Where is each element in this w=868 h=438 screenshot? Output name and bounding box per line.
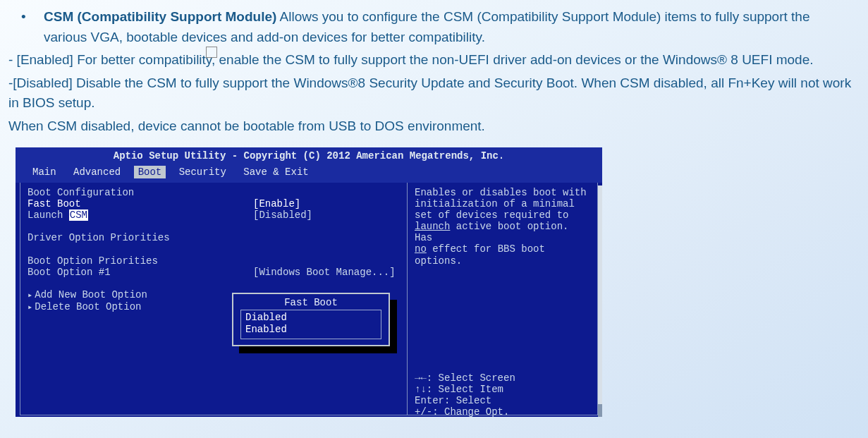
bullet-content: CSM (Compatibility Support Module) Allow… <box>44 7 855 47</box>
popup-title: Fast Boot <box>233 297 389 308</box>
csm-highlight: CSM <box>69 209 88 221</box>
csm-bullet-row: • CSM (Compatibility Support Module) All… <box>8 7 855 47</box>
popup-inner: Diabled Enabled <box>240 310 381 339</box>
launch-csm-pre: Launch <box>27 209 69 221</box>
tab-main[interactable]: Main <box>28 166 61 178</box>
tab-boot[interactable]: Boot <box>134 166 166 178</box>
launch-csm-label[interactable]: Launch CSM <box>27 209 253 221</box>
help-key-4: +/-: Change Opt. <box>415 406 590 417</box>
driver-prio-label[interactable]: Driver Option Priorities <box>27 232 253 243</box>
csm-title: CSM (Compatibility Support Module) <box>44 9 276 24</box>
bios-body: Boot Configuration Fast Boot [Enable] La… <box>16 183 602 415</box>
boot-option-1-label[interactable]: Boot Option #1 <box>27 267 253 278</box>
popup-option-enabled[interactable]: Enabled <box>245 324 377 336</box>
help-key-1: →←: Select Screen <box>415 372 590 384</box>
document-text-block: • CSM (Compatibility Support Module) All… <box>0 0 868 136</box>
tab-security[interactable]: Security <box>175 166 231 178</box>
help-l2: initialization of a minimal <box>415 198 590 209</box>
help-l3: set of devices required to <box>415 209 590 221</box>
disabled-line: -[Disabled] Disable the CSM to fully sup… <box>8 73 855 114</box>
fast-boot-value: [Enable] <box>253 198 300 209</box>
boot-option-1-value: [Windows Boot Manage...] <box>253 267 396 278</box>
tab-advanced[interactable]: Advanced <box>69 166 125 178</box>
launch-csm-value: [Disabled] <box>253 209 312 221</box>
help-key-2: ↑↓: Select Item <box>415 384 590 395</box>
bios-tabs: Main Advanced Boot Security Save & Exit <box>16 163 602 183</box>
help-l1: Enables or disables boot with <box>415 187 590 198</box>
floating-box-marker <box>206 47 217 58</box>
boot-prio-label: Boot Option Priorities <box>27 255 253 267</box>
bullet-marker: • <box>8 7 44 47</box>
popup-option-disabled[interactable]: Diabled <box>245 312 377 324</box>
scrollbar-thumb[interactable] <box>598 404 602 417</box>
add-boot-option[interactable]: Add New Boot Option <box>27 289 253 301</box>
enabled-line: - [Enabled] For better compatibility, en… <box>8 50 855 71</box>
bios-scrollbar[interactable] <box>598 185 602 417</box>
note-line: When CSM disabled, device cannot be boot… <box>8 116 855 137</box>
delete-boot-option[interactable]: Delete Boot Option <box>27 301 253 313</box>
fast-boot-popup: Fast Boot Diabled Enabled <box>232 293 390 346</box>
help-l5-p: effect for BBS boot options. <box>415 243 545 266</box>
tab-save-exit[interactable]: Save & Exit <box>239 166 312 178</box>
fast-boot-label[interactable]: Fast Boot <box>27 198 253 209</box>
boot-config-label: Boot Configuration <box>27 187 253 198</box>
bios-help-panel: Enables or disables boot with initializa… <box>408 183 598 415</box>
bios-header: Aptio Setup Utility - Copyright (C) 2012… <box>16 147 602 163</box>
help-l5-u: no <box>415 243 427 255</box>
help-l4: launch active boot option. Has <box>415 221 590 243</box>
bios-screenshot: Aptio Setup Utility - Copyright (C) 2012… <box>16 147 602 417</box>
bios-left-panel: Boot Configuration Fast Boot [Enable] La… <box>20 183 408 415</box>
help-l5: no effect for BBS boot options. <box>415 243 590 266</box>
help-key-3: Enter: Select <box>415 395 590 406</box>
help-l4-u: launch <box>415 221 450 232</box>
